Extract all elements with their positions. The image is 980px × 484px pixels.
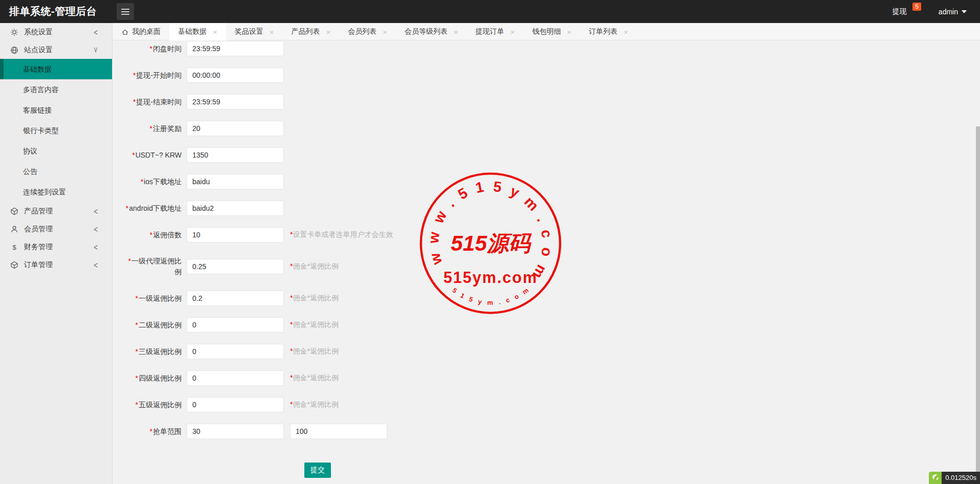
text-input-6[interactable] (187, 201, 284, 216)
user-icon (10, 225, 18, 233)
tab-label: 订单列表 (589, 27, 617, 36)
dollar-icon: $ (10, 243, 18, 251)
required-asterisk: * (136, 347, 138, 356)
load-time-icon (929, 472, 942, 484)
field-hint: *设置卡单或者连单用户才会生效 (290, 230, 393, 239)
text-input-7[interactable] (187, 227, 284, 243)
tab-product-list[interactable]: 产品列表× (283, 23, 340, 40)
required-asterisk: * (136, 294, 138, 302)
field-hint: *佣金*返佣比例 (290, 347, 339, 356)
tab-withdraw-orders[interactable]: 提现订单× (467, 23, 524, 40)
vertical-scrollbar[interactable] (976, 23, 980, 484)
sidebar-subitem-agreement[interactable]: 协议 (0, 141, 112, 161)
form-row: *抢单范围 (113, 424, 980, 439)
sidebar-subitem-multi-language[interactable]: 多语言内容 (0, 79, 112, 100)
main-content: *闭盘时间*提现-开始时间*提现-结束时间*注册奖励*USDT~? KRW*io… (113, 40, 980, 484)
status-bar: 0.012520s (929, 472, 980, 484)
sidebar-item-member-management[interactable]: 会员管理< (0, 220, 112, 238)
required-asterisk: * (128, 257, 131, 265)
sidebar-item-system-settings[interactable]: 系统设置< (0, 23, 112, 41)
tab-label: 钱包明细 (532, 27, 561, 36)
tab-order-list[interactable]: 订单列表× (580, 23, 637, 40)
text-input-14b[interactable] (290, 424, 387, 439)
text-input-9[interactable] (187, 291, 284, 306)
close-tab-icon[interactable]: × (383, 28, 387, 36)
caret-down-icon (962, 10, 967, 13)
tab-prize-settings[interactable]: 奖品设置× (226, 23, 283, 40)
chevron-left-icon: < (94, 259, 98, 270)
sidebar-subitem-service-link[interactable]: 客服链接 (0, 100, 112, 120)
field-label: *android下载地址 (118, 203, 182, 214)
text-input-8[interactable] (187, 259, 284, 274)
tab-label: 产品列表 (292, 27, 320, 36)
sidebar-item-label: 订单管理 (24, 260, 53, 270)
settings-form: *闭盘时间*提现-开始时间*提现-结束时间*注册奖励*USDT~? KRW*io… (113, 40, 980, 478)
field-label: *ios下载地址 (118, 177, 182, 187)
close-tab-icon[interactable]: × (623, 28, 628, 36)
sidebar-subitem-bank-card-type[interactable]: 银行卡类型 (0, 120, 112, 141)
sidebar-subitem-announcement[interactable]: 公告 (0, 161, 112, 182)
form-row: *提现-结束时间 (113, 94, 980, 109)
close-tab-icon[interactable]: × (454, 28, 458, 36)
field-hint: *佣金*返佣比例 (290, 400, 339, 409)
sidebar-item-finance-management[interactable]: $财务管理< (0, 238, 112, 256)
tab-member-list[interactable]: 会员列表× (339, 23, 396, 40)
sidebar-subitem-signin-settings[interactable]: 连续签到设置 (0, 182, 112, 202)
sidebar-subitem-basic-data[interactable]: 基础数据 (0, 59, 112, 79)
text-input-4[interactable] (187, 147, 284, 163)
app-title: 排单系统-管理后台 (9, 0, 97, 23)
text-input-1[interactable] (187, 68, 284, 83)
text-input-14[interactable] (187, 424, 284, 439)
text-input-11[interactable] (187, 344, 284, 359)
scrollbar-thumb[interactable] (976, 126, 980, 472)
required-asterisk: * (150, 231, 152, 239)
sidebar-item-product-management[interactable]: 产品管理< (0, 202, 112, 220)
tab-member-level-list[interactable]: 会员等级列表× (396, 23, 467, 40)
close-tab-icon[interactable]: × (326, 28, 331, 36)
required-asterisk: * (136, 374, 138, 382)
svg-text:$: $ (12, 243, 16, 251)
tab-my-desktop[interactable]: 我的桌面 (113, 23, 169, 40)
text-input-12[interactable] (187, 370, 284, 386)
submit-button[interactable]: 提交 (304, 463, 331, 478)
tab-wallet-detail[interactable]: 钱包明细× (524, 23, 581, 40)
form-row: *返佣倍数*设置卡单或者连单用户才会生效 (113, 227, 980, 243)
user-menu[interactable]: admin (939, 8, 967, 16)
tab-basic-data[interactable]: 基础数据× (169, 23, 226, 40)
sidebar-item-site-settings[interactable]: 站点设置< (0, 41, 112, 59)
text-input-2[interactable] (187, 94, 284, 109)
form-row: *五级返佣比例*佣金*返佣比例 (113, 397, 980, 412)
tab-label: 奖品设置 (235, 27, 263, 36)
close-tab-icon[interactable]: × (270, 28, 274, 36)
close-tab-icon[interactable]: × (213, 28, 217, 36)
submenu-site-settings: 基础数据多语言内容客服链接银行卡类型协议公告连续签到设置 (0, 59, 112, 202)
form-row: *android下载地址 (113, 201, 980, 216)
close-tab-icon[interactable]: × (567, 28, 572, 36)
required-asterisk: * (150, 427, 152, 435)
text-input-10[interactable] (187, 317, 284, 333)
field-label: *USDT~? KRW (118, 150, 182, 161)
field-label: *五级返佣比例 (118, 400, 182, 410)
field-label: *抢单范围 (118, 426, 182, 437)
cube-icon (10, 207, 18, 215)
app-header: 排单系统-管理后台 提现 5 admin (0, 0, 980, 23)
sidebar-toggle-button[interactable] (117, 3, 134, 20)
text-input-3[interactable] (187, 121, 284, 136)
field-hint: *佣金*返佣比例 (290, 294, 339, 303)
field-label: *三级返佣比例 (118, 346, 182, 357)
field-label: *一级代理返佣比例 (118, 256, 182, 277)
text-input-0[interactable] (187, 41, 284, 56)
withdraw-link[interactable]: 提现 5 (893, 7, 919, 16)
required-asterisk: * (136, 321, 138, 329)
form-row: *一级代理返佣比例*佣金*返佣比例 (113, 254, 980, 279)
text-input-5[interactable] (187, 174, 284, 189)
chevron-left-icon: < (94, 27, 98, 37)
close-tab-icon[interactable]: × (510, 28, 515, 36)
hamburger-icon (121, 9, 129, 10)
chevron-down-icon: < (92, 47, 100, 53)
tab-label: 提现订单 (476, 27, 504, 36)
form-row: *提现-开始时间 (113, 68, 980, 83)
form-row: *四级返佣比例*佣金*返佣比例 (113, 370, 980, 386)
sidebar-item-order-management[interactable]: 订单管理< (0, 256, 112, 274)
text-input-13[interactable] (187, 397, 284, 412)
